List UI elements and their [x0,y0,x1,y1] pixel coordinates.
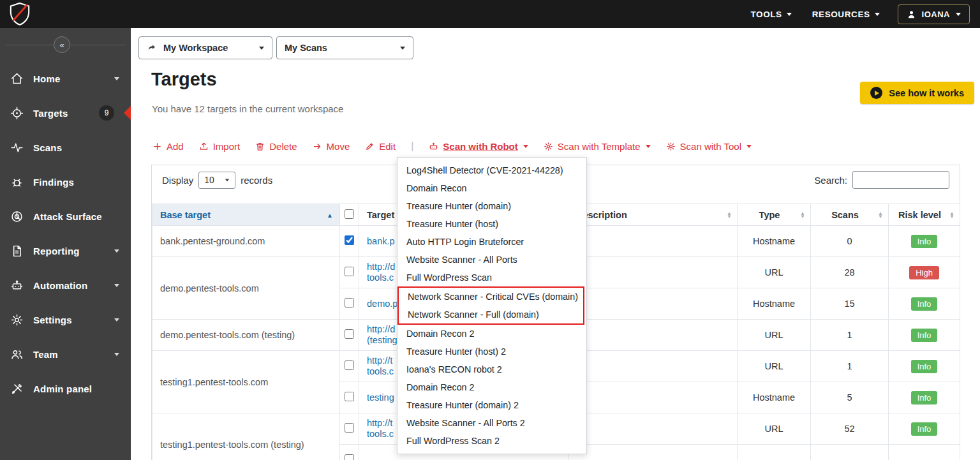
user-menu-button[interactable]: IOANA [898,4,970,24]
sidebar-item-attack-surface[interactable]: Attack Surface [0,199,131,234]
sidebar-item-reporting[interactable]: Reporting [0,234,131,268]
risk-badge: Info [911,360,938,373]
topnav-resources[interactable]: RESOURCES [812,10,880,19]
targets-toolbar: AddImportDeleteMoveEdit|Scan with RobotS… [152,140,752,152]
sidebar-item-targets[interactable]: Targets9 [0,96,131,130]
type-cell: URL [738,257,811,288]
sidebar-item-label: Home [33,73,60,84]
robot-menu-item[interactable]: Treasure Hunter (host) [397,215,586,233]
checkbox-cell [340,351,359,382]
base-target-cell: testing1.pentest-tools.com [152,351,340,413]
column-header-type[interactable]: Type▲▼ [738,204,811,226]
admin-icon [10,382,24,396]
column-header-risk-level[interactable]: Risk level▲▼ [889,204,960,226]
robot-menu-item[interactable]: Full WordPress Scan 2 [397,432,586,450]
chevron-down-icon [114,249,119,253]
caret-down-icon [259,47,264,50]
scans-select[interactable]: My Scans [276,36,413,59]
robot-menu-item[interactable]: Domain Recon [397,179,586,197]
sidebar-item-home[interactable]: Home [0,61,131,96]
see-how-it-works-button[interactable]: See how it works [860,82,974,104]
robot-menu-item[interactable]: Treasure Hunter (host) 2 [397,343,586,360]
base-target-cell: demo.pentest-tools.com (testing) [152,320,340,351]
row-checkbox[interactable] [345,360,354,370]
topnav-tools[interactable]: TOOLS [750,10,791,19]
top-navigation: TOOLSRESOURCES [750,10,879,19]
sidebar-item-settings[interactable]: Settings [0,302,131,337]
robot-icon [429,142,438,151]
scan-with-robot-menu: Log4Shell Detector (CVE-2021-44228)Domai… [397,157,587,454]
records-label: records [241,175,272,186]
toolbar-edit-button[interactable]: Edit [365,141,396,152]
base-target-cell: demo.pentest-tools.com [152,257,340,320]
risk-cell: Info [889,288,960,320]
sidebar-item-team[interactable]: Team [0,337,131,371]
sidebar-item-label: Attack Surface [33,211,102,222]
findings-icon [10,175,24,189]
description-cell [568,226,738,257]
toolbar-move-button[interactable]: Move [313,141,350,152]
sidebar-item-admin-panel[interactable]: Admin panel [0,371,131,406]
robot-menu-item[interactable]: Auto HTTP Login Bruteforcer [397,233,586,251]
caret-down-icon [875,13,880,16]
column-header-description[interactable]: Description▲▼ [568,204,738,226]
toolbar-scan-with-robot-button[interactable]: Scan with Robot [429,141,528,152]
row-checkbox[interactable] [345,392,354,401]
toolbar-label: Import [213,141,241,152]
select-all-header [340,204,359,226]
description-cell [568,320,738,351]
toolbar-add-button[interactable]: Add [152,141,184,152]
column-label: Type [759,210,780,220]
sidebar-item-automation[interactable]: Automation [0,268,131,302]
sidebar-item-label: Team [33,349,58,360]
row-checkbox[interactable] [345,267,354,276]
robot-menu-item[interactable]: Ioana's RECON robot 2 [397,360,586,378]
caret-down-icon [646,145,651,148]
robot-menu-item[interactable]: Domain Recon 2 [397,325,586,343]
risk-badge: Info [911,329,938,342]
robot-menu-item[interactable]: Website Scanner - All Ports 2 [397,414,586,432]
robot-menu-item[interactable]: Treasure Hunter (domain) [397,197,586,215]
page-size-select[interactable]: 10 [198,172,235,189]
select-all-checkbox[interactable] [345,209,354,219]
risk-cell: Info [889,226,960,257]
caret-down-icon [956,13,961,16]
row-checkbox[interactable] [345,423,354,433]
toolbar-scan-with-template-button[interactable]: Scan with Template [544,141,651,152]
toolbar-delete-button[interactable]: Delete [255,141,297,152]
type-cell: URL [738,351,811,382]
scans-cell: 28 [811,257,889,288]
description-cell [568,413,738,445]
column-label: Target [367,210,394,220]
collapse-sidebar-button[interactable]: « [54,36,70,53]
robot-menu-item[interactable]: Domain Recon 2 [397,378,586,396]
row-checkbox[interactable] [345,454,354,460]
workspace-select[interactable]: My Workspace [138,36,272,59]
robot-menu-item[interactable]: Network Scanner - Full (domain) [399,306,583,323]
sidebar-item-scans[interactable]: Scans [0,130,131,165]
risk-cell: Info [889,413,960,445]
toolbar-scan-with-tool-button[interactable]: Scan with Tool [666,141,752,152]
column-header-scans[interactable]: Scans▲▼ [811,204,889,226]
toolbar-import-button[interactable]: Import [199,141,241,152]
row-checkbox[interactable] [345,298,354,308]
robot-menu-item[interactable]: Website Scanner - All Ports [397,251,586,269]
highlight-box: Network Scanner - Critical CVEs (domain)… [397,286,584,325]
sidebar-item-label: Reporting [33,246,80,256]
robot-menu-item[interactable]: Log4Shell Detector (CVE-2021-44228) [397,161,586,179]
row-checkbox[interactable] [345,329,354,339]
sidebar-item-findings[interactable]: Findings [0,165,131,199]
robot-menu-item[interactable]: Treasure Hunter (domain) 2 [397,396,586,414]
column-header-base-target[interactable]: Base target▲ [152,204,340,226]
base-target-cell: bank.pentest-ground.com [152,226,340,257]
row-checkbox[interactable] [345,235,354,245]
search-input[interactable] [852,171,949,189]
cta-label: See how it works [889,88,964,98]
scans-cell: 15 [811,288,889,320]
robot-menu-item[interactable]: Full WordPress Scan [397,269,586,286]
sidebar-item-label: Admin panel [33,383,92,394]
reporting-icon [10,244,24,258]
app-logo-icon[interactable] [9,2,31,26]
targets-icon [10,107,24,120]
robot-menu-item[interactable]: Network Scanner - Critical CVEs (domain) [399,288,583,306]
